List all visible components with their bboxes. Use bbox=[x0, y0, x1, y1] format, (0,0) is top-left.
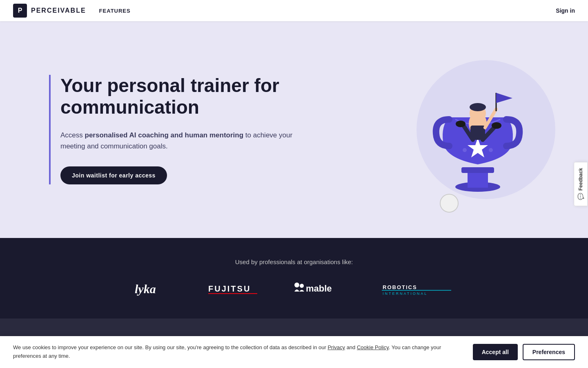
svg-point-15 bbox=[492, 122, 501, 129]
svg-text:lyka: lyka bbox=[135, 282, 156, 296]
nav-left: P PERCEIVABLE FEATURES bbox=[13, 4, 131, 18]
hero-desc-plain: Access bbox=[60, 131, 85, 139]
cookie-banner: We use cookies to improve your experienc… bbox=[0, 336, 588, 368]
svg-point-14 bbox=[456, 121, 466, 127]
svg-point-8 bbox=[470, 103, 486, 111]
svg-point-22 bbox=[294, 283, 299, 287]
feedback-label: Feedback bbox=[578, 168, 584, 191]
svg-point-16 bbox=[440, 194, 458, 212]
preferences-button[interactable]: Preferences bbox=[523, 344, 575, 360]
svg-point-17 bbox=[463, 148, 467, 152]
hero-title: Your personal trainer for communication bbox=[60, 75, 302, 118]
cookie-text: We use cookies to improve your experienc… bbox=[13, 343, 462, 361]
svg-point-18 bbox=[489, 148, 493, 152]
logo-icon: P bbox=[13, 4, 27, 18]
svg-rect-21 bbox=[208, 293, 257, 294]
logo-link[interactable]: P PERCEIVABLE bbox=[13, 4, 86, 18]
hero-section: Your personal trainer for communication … bbox=[0, 21, 588, 238]
clients-logos: lyka FUJITSU mable ROBOTICS bbox=[133, 280, 455, 298]
privacy-link[interactable]: Privacy bbox=[327, 344, 345, 350]
accept-all-button[interactable]: Accept all bbox=[473, 344, 518, 360]
cookie-policy-link[interactable]: Cookie Policy bbox=[357, 344, 389, 350]
svg-text:INTERNATIONAL: INTERNATIONAL bbox=[383, 292, 428, 296]
svg-point-23 bbox=[300, 284, 304, 288]
features-nav-link[interactable]: FEATURES bbox=[99, 8, 131, 14]
navbar: P PERCEIVABLE FEATURES Sign in bbox=[0, 0, 588, 21]
lyka-logo: lyka bbox=[133, 280, 174, 298]
hero-desc-bold: personalised AI coaching and human mento… bbox=[85, 131, 244, 139]
svg-rect-2 bbox=[468, 171, 488, 188]
robotics-logo: ROBOTICS INTERNATIONAL bbox=[382, 280, 455, 298]
svg-text:FUJITSU: FUJITSU bbox=[208, 284, 251, 293]
logo-text: PERCEIVABLE bbox=[31, 7, 86, 14]
hero-content: Your personal trainer for communication … bbox=[49, 75, 302, 184]
waitlist-cta-button[interactable]: Join waitlist for early access bbox=[60, 166, 167, 184]
svg-text:mable: mable bbox=[306, 283, 332, 294]
clients-label: Used by professionals at organisations l… bbox=[235, 258, 353, 265]
feedback-icon: 💬 bbox=[577, 193, 584, 200]
cookie-actions: Accept all Preferences bbox=[473, 344, 575, 360]
signin-link[interactable]: Sign in bbox=[556, 7, 575, 14]
cookie-text-start: We use cookies to improve your experienc… bbox=[13, 344, 327, 350]
svg-text:ROBOTICS: ROBOTICS bbox=[383, 284, 417, 290]
svg-rect-3 bbox=[461, 167, 494, 173]
hero-illustration bbox=[392, 44, 564, 215]
feedback-tab[interactable]: 💬 Feedback bbox=[574, 162, 588, 206]
fujitsu-logo: FUJITSU bbox=[206, 280, 259, 298]
cookie-text-middle: and bbox=[345, 344, 357, 350]
mable-logo: mable bbox=[292, 280, 349, 298]
hero-description: Access personalised AI coaching and huma… bbox=[60, 130, 302, 152]
clients-section: Used by professionals at organisations l… bbox=[0, 238, 588, 319]
